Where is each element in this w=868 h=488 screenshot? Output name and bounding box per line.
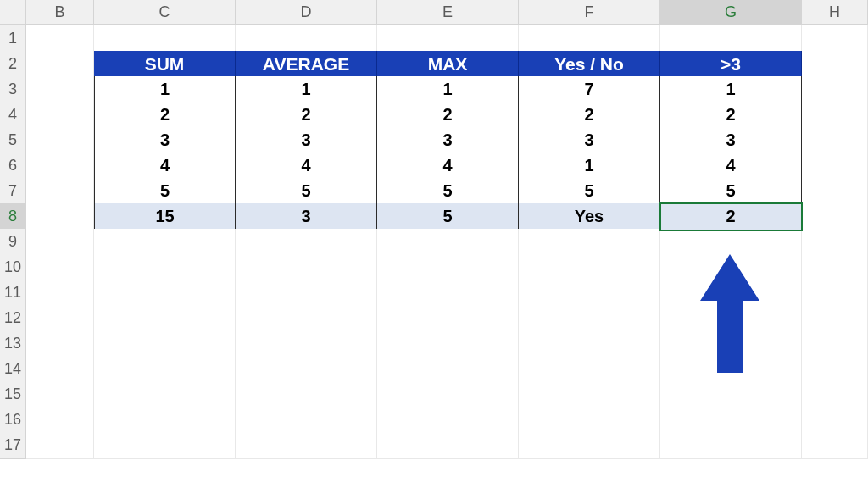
cell-E15[interactable]: [377, 381, 519, 408]
cell-H15[interactable]: [802, 381, 868, 408]
row-header-7[interactable]: 7: [0, 178, 26, 205]
cell-F11[interactable]: [519, 280, 660, 307]
spreadsheet-grid[interactable]: B C D E F G H 1 2 SUM AVERAGE MAX Yes / …: [0, 0, 868, 458]
row-header-16[interactable]: 16: [0, 407, 26, 434]
header-gt3[interactable]: >3: [660, 51, 802, 78]
cell-G14[interactable]: [660, 356, 802, 383]
cell-E5[interactable]: 3: [377, 127, 519, 154]
cell-H8[interactable]: [802, 203, 868, 230]
cell-G16[interactable]: [660, 407, 802, 434]
cell-E14[interactable]: [377, 356, 519, 383]
cell-F6[interactable]: 1: [519, 152, 660, 180]
cell-C4[interactable]: 2: [94, 102, 236, 129]
cell-F1[interactable]: [519, 25, 660, 53]
cell-F17[interactable]: [519, 432, 660, 459]
row-header-14[interactable]: 14: [0, 356, 26, 383]
cell-H10[interactable]: [802, 254, 868, 281]
col-header-G[interactable]: G: [660, 0, 802, 25]
cell-B2[interactable]: [26, 51, 94, 78]
cell-B11[interactable]: [26, 280, 94, 307]
cell-C16[interactable]: [94, 407, 236, 434]
cell-H13[interactable]: [802, 330, 868, 358]
cell-C8[interactable]: 15: [94, 203, 236, 230]
row-header-11[interactable]: 11: [0, 280, 26, 307]
cell-B14[interactable]: [26, 356, 94, 383]
cell-D4[interactable]: 2: [236, 102, 377, 129]
cell-G13[interactable]: [660, 330, 802, 358]
cell-F10[interactable]: [519, 254, 660, 281]
cell-D9[interactable]: [236, 229, 377, 256]
cell-F14[interactable]: [519, 356, 660, 383]
row-header-6[interactable]: 6: [0, 152, 26, 180]
cell-G9[interactable]: [660, 229, 802, 256]
cell-B7[interactable]: [26, 178, 94, 205]
cell-C1[interactable]: [94, 25, 236, 53]
cell-E11[interactable]: [377, 280, 519, 307]
cell-H9[interactable]: [802, 229, 868, 256]
cell-H1[interactable]: [802, 25, 868, 53]
cell-D14[interactable]: [236, 356, 377, 383]
cell-F16[interactable]: [519, 407, 660, 434]
cell-B15[interactable]: [26, 381, 94, 408]
row-header-9[interactable]: 9: [0, 229, 26, 256]
cell-G4[interactable]: 2: [660, 102, 802, 129]
cell-C13[interactable]: [94, 330, 236, 358]
cell-F3[interactable]: 7: [519, 76, 660, 103]
cell-D6[interactable]: 4: [236, 152, 377, 180]
cell-E7[interactable]: 5: [377, 178, 519, 205]
cell-E8[interactable]: 5: [377, 203, 519, 230]
cell-B3[interactable]: [26, 76, 94, 103]
cell-B16[interactable]: [26, 407, 94, 434]
cell-F15[interactable]: [519, 381, 660, 408]
cell-G8-active[interactable]: 2: [660, 203, 802, 230]
cell-E9[interactable]: [377, 229, 519, 256]
row-header-4[interactable]: 4: [0, 102, 26, 129]
cell-B5[interactable]: [26, 127, 94, 154]
col-header-D[interactable]: D: [236, 0, 377, 25]
header-sum[interactable]: SUM: [94, 51, 236, 78]
row-header-12[interactable]: 12: [0, 305, 26, 332]
cell-E16[interactable]: [377, 407, 519, 434]
cell-H12[interactable]: [802, 305, 868, 332]
cell-B10[interactable]: [26, 254, 94, 281]
col-header-E[interactable]: E: [377, 0, 519, 25]
row-header-8[interactable]: 8: [0, 203, 26, 230]
cell-C6[interactable]: 4: [94, 152, 236, 180]
cell-C11[interactable]: [94, 280, 236, 307]
header-max[interactable]: MAX: [377, 51, 519, 78]
cell-H16[interactable]: [802, 407, 868, 434]
cell-D3[interactable]: 1: [236, 76, 377, 103]
cell-D13[interactable]: [236, 330, 377, 358]
cell-B6[interactable]: [26, 152, 94, 180]
row-header-17[interactable]: 17: [0, 432, 26, 459]
header-yesno[interactable]: Yes / No: [519, 51, 660, 78]
cell-D7[interactable]: 5: [236, 178, 377, 205]
cell-D16[interactable]: [236, 407, 377, 434]
cell-F4[interactable]: 2: [519, 102, 660, 129]
cell-H6[interactable]: [802, 152, 868, 180]
row-header-15[interactable]: 15: [0, 381, 26, 408]
cell-D12[interactable]: [236, 305, 377, 332]
cell-D1[interactable]: [236, 25, 377, 53]
cell-G12[interactable]: [660, 305, 802, 332]
cell-G1[interactable]: [660, 25, 802, 53]
col-header-C[interactable]: C: [94, 0, 236, 25]
cell-H3[interactable]: [802, 76, 868, 103]
cell-C14[interactable]: [94, 356, 236, 383]
cell-E1[interactable]: [377, 25, 519, 53]
cell-G3[interactable]: 1: [660, 76, 802, 103]
col-header-F[interactable]: F: [519, 0, 660, 25]
cell-G10[interactable]: [660, 254, 802, 281]
cell-F7[interactable]: 5: [519, 178, 660, 205]
cell-B9[interactable]: [26, 229, 94, 256]
col-header-B[interactable]: B: [26, 0, 94, 25]
cell-B13[interactable]: [26, 330, 94, 358]
cell-C10[interactable]: [94, 254, 236, 281]
row-header-13[interactable]: 13: [0, 330, 26, 358]
cell-D11[interactable]: [236, 280, 377, 307]
cell-H2[interactable]: [802, 51, 868, 78]
cell-H7[interactable]: [802, 178, 868, 205]
cell-B1[interactable]: [26, 25, 94, 53]
cell-B8[interactable]: [26, 203, 94, 230]
cell-E4[interactable]: 2: [377, 102, 519, 129]
